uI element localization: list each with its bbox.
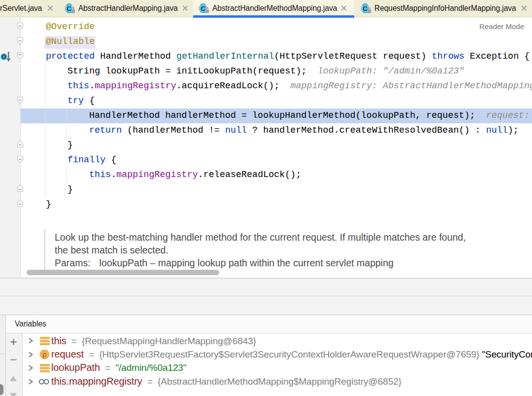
- svg-text:C: C: [66, 5, 71, 12]
- svg-text:C: C: [363, 5, 367, 12]
- svg-text:C: C: [200, 5, 205, 12]
- svg-text:p: p: [43, 351, 47, 359]
